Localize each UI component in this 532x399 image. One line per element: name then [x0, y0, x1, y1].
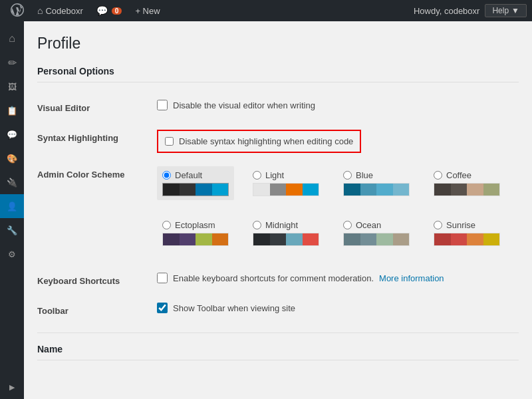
visual-editor-checkbox-row: Disable the visual editor when writing [157, 100, 519, 110]
swatch [303, 184, 319, 196]
admin-color-scheme-label: Admin Color Scheme [37, 170, 124, 180]
wp-logo-button[interactable] [5, 0, 29, 21]
swatch [451, 233, 467, 245]
settings-icon: ⚙ [8, 249, 16, 259]
swatch [303, 233, 319, 245]
sidebar-item-pages[interactable]: 📋 [0, 98, 24, 122]
swatch [196, 184, 212, 196]
visual-editor-checkbox[interactable] [157, 100, 168, 110]
sidebar-item-users[interactable]: 👤 [0, 194, 24, 218]
swatch [467, 184, 483, 196]
sidebar-item-media[interactable]: 🖼 [0, 74, 24, 98]
color-scheme-ocean-option: Ocean [343, 220, 381, 230]
sidebar-item-plugins[interactable]: 🔌 [0, 170, 24, 194]
new-content-button[interactable]: + New [130, 0, 165, 21]
sidebar-item-comments[interactable]: 💬 [0, 122, 24, 146]
toolbar-label: Toolbar [37, 306, 68, 316]
visual-editor-checkbox-label: Disable the visual editor when writing [173, 100, 315, 110]
color-scheme-midnight-radio[interactable] [253, 221, 261, 229]
syntax-highlighting-checkbox[interactable] [165, 137, 174, 146]
site-name-button[interactable]: ⌂ Codeboxr [32, 0, 88, 21]
sidebar-item-posts[interactable]: ✏ [0, 51, 24, 74]
swatch [393, 233, 410, 245]
swatch [451, 184, 467, 196]
appearance-icon: 🎨 [7, 154, 17, 164]
help-button[interactable]: Help ▼ [485, 4, 527, 17]
help-label: Help [492, 6, 509, 15]
swatch [163, 233, 180, 245]
color-scheme-default-radio[interactable] [162, 171, 171, 180]
color-scheme-blue[interactable]: Blue [338, 166, 415, 200]
color-scheme-ocean-radio[interactable] [343, 221, 352, 229]
swatch [286, 184, 303, 196]
keyboard-shortcuts-label: Keyboard Shortcuts [37, 276, 120, 286]
color-scheme-sunrise-swatches [434, 233, 500, 246]
syntax-highlighting-highlighted-cell: Disable syntax highlighting when editing… [157, 130, 361, 153]
color-scheme-ocean-swatches [343, 233, 410, 246]
color-scheme-light[interactable]: Light [247, 166, 325, 200]
name-section-title: Name [37, 344, 519, 360]
color-scheme-ocean[interactable]: Ocean [338, 216, 415, 250]
comments-sidebar-icon: 💬 [7, 130, 17, 140]
keyboard-shortcuts-checkbox-label: Enable keyboard shortcuts for comment mo… [173, 273, 374, 283]
comments-button[interactable]: 💬 0 [91, 0, 128, 21]
swatch [467, 233, 483, 245]
name-section-separator [37, 332, 519, 333]
swatch [344, 233, 360, 245]
site-name-label: Codeboxr [45, 6, 82, 16]
color-scheme-coffee-radio[interactable] [434, 171, 442, 180]
sidebar-item-settings[interactable]: ⚙ [0, 242, 24, 266]
color-scheme-coffee[interactable]: Coffee [428, 166, 505, 200]
wp-logo-icon [11, 3, 24, 19]
color-scheme-sunrise[interactable]: Sunrise [428, 216, 505, 250]
dashboard-icon: ⌂ [9, 33, 15, 45]
color-schemes-container: Default [157, 166, 519, 259]
keyboard-shortcuts-checkbox[interactable] [157, 273, 168, 283]
color-scheme-light-radio[interactable] [253, 171, 261, 180]
posts-icon: ✏ [8, 57, 17, 69]
color-scheme-blue-name: Blue [356, 170, 373, 180]
toolbar-checkbox[interactable] [157, 303, 168, 313]
color-scheme-sunrise-radio[interactable] [434, 221, 442, 229]
swatch [212, 184, 229, 196]
home-icon: ⌂ [37, 5, 43, 16]
swatch [163, 184, 180, 196]
swatch [483, 233, 500, 245]
pages-icon: 📋 [7, 106, 17, 116]
sidebar-item-appearance[interactable]: 🎨 [0, 146, 24, 170]
color-scheme-ectoplasm-radio[interactable] [162, 221, 171, 229]
color-scheme-blue-radio[interactable] [343, 171, 352, 180]
swatch [253, 184, 270, 196]
syntax-highlighting-checkbox-label: Disable syntax highlighting when editing… [179, 136, 353, 146]
color-scheme-default-swatches [162, 183, 229, 196]
color-scheme-default[interactable]: Default [157, 166, 234, 200]
visual-editor-row: Visual Editor Disable the visual editor … [37, 93, 519, 123]
color-scheme-light-swatches [253, 183, 319, 196]
color-scheme-sunrise-name: Sunrise [446, 220, 475, 230]
sidebar-collapse-button[interactable]: ▶ [0, 375, 24, 399]
swatch [253, 233, 270, 245]
color-scheme-default-name: Default [175, 170, 202, 180]
color-scheme-ectoplasm-option: Ectoplasm [162, 220, 215, 230]
syntax-highlighting-label: Syntax Highlighting [37, 133, 118, 143]
swatch [483, 184, 500, 196]
syntax-highlighting-row: Syntax Highlighting Disable syntax highl… [37, 123, 519, 160]
swatch [180, 233, 196, 245]
sidebar-item-tools[interactable]: 🔧 [0, 218, 24, 242]
swatch [286, 233, 303, 245]
new-label: + New [135, 6, 160, 16]
color-scheme-sunrise-option: Sunrise [434, 220, 475, 230]
sidebar-item-dashboard[interactable]: ⌂ [0, 27, 24, 51]
chevron-down-icon: ▼ [511, 6, 519, 15]
collapse-icon: ▶ [9, 383, 15, 392]
plugins-icon: 🔌 [7, 178, 17, 188]
color-scheme-light-name: Light [265, 170, 284, 180]
more-information-link[interactable]: More information [379, 273, 444, 283]
color-scheme-midnight[interactable]: Midnight [247, 216, 325, 250]
tools-icon: 🔧 [7, 225, 17, 235]
color-scheme-ectoplasm[interactable]: Ectoplasm [157, 216, 234, 250]
swatch [434, 233, 451, 245]
visual-editor-label: Visual Editor [37, 103, 90, 113]
keyboard-shortcuts-checkbox-row: Enable keyboard shortcuts for comment mo… [157, 273, 519, 283]
color-scheme-blue-option: Blue [343, 170, 373, 180]
